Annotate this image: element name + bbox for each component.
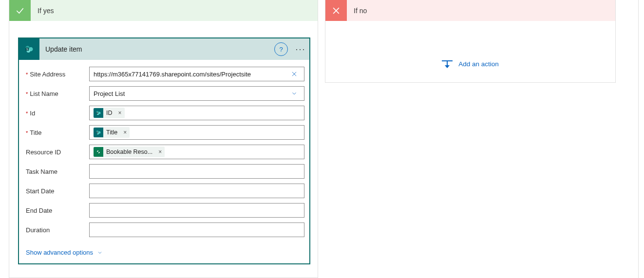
field-list-name[interactable]: [89, 86, 304, 101]
field-id[interactable]: S ID ×: [89, 106, 304, 120]
branch-yes-title: If yes: [31, 7, 54, 15]
label-title: *Title: [26, 129, 89, 136]
ellipsis-icon[interactable]: ···: [292, 44, 309, 55]
svg-text:S: S: [26, 48, 28, 51]
sharepoint-icon: S: [19, 38, 39, 60]
close-icon: [325, 0, 347, 21]
branch-no-header[interactable]: If no: [325, 0, 615, 21]
field-end-date[interactable]: [89, 203, 304, 218]
end-date-input[interactable]: [93, 206, 301, 215]
branch-no-panel: If no Add an action: [325, 0, 616, 83]
token-remove-icon[interactable]: ×: [115, 110, 125, 116]
label-duration: Duration: [26, 226, 89, 234]
token-resource-id[interactable]: Bookable Reso... ×: [94, 147, 165, 157]
field-start-date[interactable]: [89, 184, 304, 198]
clear-icon[interactable]: [287, 67, 301, 81]
token-remove-icon[interactable]: ×: [120, 129, 130, 136]
dataverse-token-icon: [94, 147, 103, 157]
right-gutter-border: [638, 0, 641, 278]
token-title[interactable]: S Title ×: [94, 127, 130, 138]
sharepoint-token-icon: S: [94, 128, 103, 137]
chevron-down-icon[interactable]: [287, 87, 301, 100]
list-name-input[interactable]: [93, 90, 287, 98]
site-address-input[interactable]: [93, 70, 287, 78]
label-end-date: End Date: [26, 207, 89, 214]
token-id[interactable]: S ID ×: [94, 108, 125, 118]
field-duration[interactable]: [89, 222, 304, 237]
branch-yes-panel: If yes S Update item ? ··· *Site Address: [9, 0, 318, 278]
sharepoint-token-icon: S: [94, 108, 103, 118]
field-title[interactable]: S Title ×: [89, 125, 304, 140]
add-action-button[interactable]: Add an action: [325, 58, 615, 69]
action-card-update-item[interactable]: S Update item ? ··· *Site Address: [18, 37, 310, 264]
add-action-label: Add an action: [458, 60, 499, 68]
action-card-header[interactable]: S Update item ? ···: [19, 38, 309, 60]
show-advanced-options-link[interactable]: Show advanced options: [26, 249, 103, 256]
branch-yes-header[interactable]: If yes: [9, 0, 318, 21]
help-icon[interactable]: ?: [274, 42, 288, 56]
insert-action-icon: [442, 58, 453, 69]
field-resource-id[interactable]: Bookable Reso... ×: [89, 145, 304, 159]
label-id: *Id: [26, 110, 89, 117]
task-name-input[interactable]: [93, 167, 301, 176]
action-card-title: Update item: [39, 45, 274, 53]
token-remove-icon[interactable]: ×: [155, 148, 165, 155]
label-resource-id: Resource ID: [26, 148, 89, 156]
field-task-name[interactable]: [89, 164, 304, 179]
field-site-address[interactable]: [89, 67, 304, 81]
duration-input[interactable]: [93, 226, 301, 234]
label-start-date: Start Date: [26, 187, 89, 195]
label-list-name: *List Name: [26, 90, 89, 97]
start-date-input[interactable]: [93, 187, 301, 195]
label-task-name: Task Name: [26, 168, 89, 175]
branch-no-title: If no: [347, 7, 367, 15]
check-icon: [9, 0, 31, 21]
action-form: *Site Address *List Name: [19, 60, 309, 244]
label-site-address: *Site Address: [26, 71, 89, 78]
